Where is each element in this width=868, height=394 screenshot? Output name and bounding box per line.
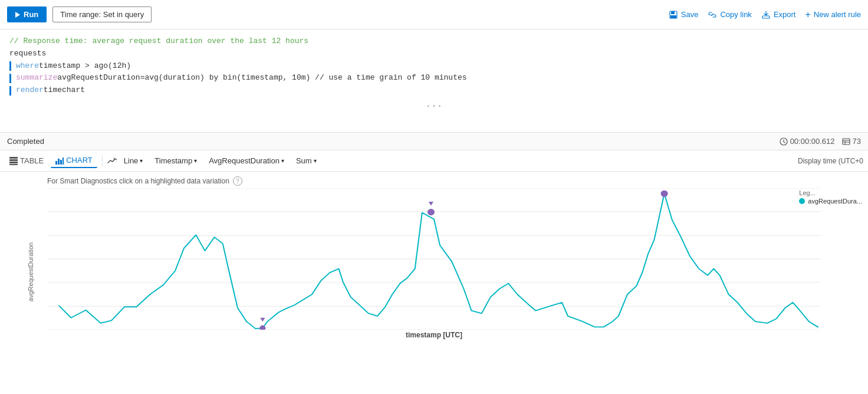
chevron-down-icon3: ▾ <box>281 157 284 164</box>
plus-icon: + <box>805 10 810 19</box>
line-indicator <box>9 61 11 71</box>
timestamp-dropdown[interactable]: Timestamp ▾ <box>150 154 202 168</box>
duration-value: 00:00:00.612 <box>790 137 835 146</box>
separator <box>102 155 103 167</box>
line-dropdown[interactable]: Line ▾ <box>119 154 148 168</box>
anomaly-marker-peak1 <box>429 202 433 205</box>
chart-icon <box>55 156 64 165</box>
anomaly-dot-peak2 <box>661 191 668 197</box>
chart-title: For Smart Diagnostics click on a highlig… <box>47 176 821 186</box>
display-time: Display time (UTC+0 <box>798 157 863 165</box>
status-right: 00:00:00.612 73 <box>780 137 861 146</box>
chart-line <box>59 193 818 329</box>
rows-icon: 73 <box>842 137 861 146</box>
sum-label: Sum <box>296 156 312 165</box>
line-label: Line <box>124 156 139 165</box>
svg-rect-13 <box>63 157 64 165</box>
svg-rect-3 <box>762 16 770 18</box>
clock-icon: 00:00:00.612 <box>780 137 835 146</box>
legend-series-label: avgRequestDura... <box>808 198 862 205</box>
save-button[interactable]: Save <box>669 10 699 19</box>
anomaly-marker-min <box>260 318 265 321</box>
time-range-label: Time range: Set in query <box>60 10 144 19</box>
query-line2: where timestamp > ago(12h) <box>9 60 859 73</box>
sum-dropdown[interactable]: Sum ▾ <box>291 154 321 168</box>
status-completed: Completed <box>7 137 44 146</box>
svg-rect-6 <box>9 157 18 159</box>
anomaly-dot-peak1 <box>428 209 435 215</box>
where-condition: timestamp > ago(12h) <box>39 60 131 73</box>
chart-label: CHART <box>66 156 93 165</box>
summarize-keyword: summarize <box>16 72 57 84</box>
line-chart-svg: 600k 500k 400k 300k 200k 100k 0 06:00 07… <box>47 188 821 330</box>
export-button[interactable]: Export <box>761 10 796 19</box>
timestamp-label: Timestamp <box>154 156 192 165</box>
play-icon <box>15 12 20 18</box>
line-indicator2 <box>9 74 11 83</box>
toolbar-right: Save Copy link Export + New alert rule <box>669 10 861 19</box>
chevron-down-icon2: ▾ <box>194 157 197 164</box>
query-table: requests <box>9 48 46 60</box>
chart-view-button[interactable]: CHART <box>51 153 97 168</box>
query-ellipsis: ··· <box>9 97 859 117</box>
new-alert-label: New alert rule <box>814 10 861 19</box>
info-icon[interactable]: ? <box>233 176 242 186</box>
line-chart-icon <box>107 157 117 165</box>
status-bar: Completed 00:00:00.612 73 <box>0 133 868 150</box>
chevron-down-icon: ▾ <box>140 157 143 164</box>
run-label: Run <box>24 10 38 19</box>
chart-title-text: For Smart Diagnostics click on a highlig… <box>47 177 229 185</box>
svg-rect-5 <box>843 139 850 145</box>
summarize-expression: avgRequestDuration=avg(duration) by bin(… <box>57 72 466 84</box>
render-keyword: render <box>16 84 44 97</box>
query-comment-line: // Response time: average request durati… <box>9 35 859 48</box>
svg-rect-9 <box>9 164 18 165</box>
export-icon <box>761 10 771 19</box>
time-range-button[interactable]: Time range: Set in query <box>52 6 152 22</box>
legend: Leg... avgRequestDura... <box>799 189 862 205</box>
svg-rect-11 <box>58 159 60 165</box>
rows-count: 73 <box>853 137 861 146</box>
save-icon <box>669 10 678 19</box>
svg-rect-12 <box>60 160 62 165</box>
svg-rect-2 <box>670 15 676 18</box>
legend-item: avgRequestDura... <box>799 198 862 205</box>
query-line3: summarize avgRequestDuration=avg(duratio… <box>9 72 859 84</box>
query-line4: render timechart <box>9 84 859 97</box>
x-axis-label: timestamp [UTC] <box>47 331 821 339</box>
export-label: Export <box>774 10 796 19</box>
copy-link-button[interactable]: Copy link <box>708 10 751 19</box>
svg-rect-10 <box>55 161 57 165</box>
svg-rect-1 <box>671 11 675 14</box>
chart-area: For Smart Diagnostics click on a highlig… <box>0 172 868 372</box>
svg-rect-8 <box>9 162 18 163</box>
new-alert-button[interactable]: + New alert rule <box>805 10 861 19</box>
chevron-down-icon4: ▾ <box>314 157 317 164</box>
svg-rect-7 <box>9 159 18 161</box>
save-label: Save <box>681 10 699 19</box>
line-indicator3 <box>9 86 11 96</box>
run-button[interactable]: Run <box>7 6 47 22</box>
where-keyword: where <box>16 60 39 73</box>
avg-dropdown[interactable]: AvgRequestDuration ▾ <box>204 154 289 168</box>
copy-link-icon <box>708 10 717 19</box>
render-type: timechart <box>44 84 85 97</box>
legend-dot <box>799 198 805 204</box>
query-comment: // Response time: average request durati… <box>9 35 308 48</box>
main-toolbar: Run Time range: Set in query Save Copy l… <box>0 0 868 29</box>
table-label: TABLE <box>20 156 44 165</box>
y-axis-label: avgRequestDuration <box>27 242 34 301</box>
chart-toolbar: TABLE CHART Line ▾ Timestamp ▾ AvgReques… <box>0 150 868 172</box>
copy-link-label: Copy link <box>720 10 751 19</box>
table-view-button[interactable]: TABLE <box>5 154 48 168</box>
legend-title: Leg... <box>799 189 862 196</box>
query-line1: requests <box>9 48 859 60</box>
table-icon <box>9 157 18 165</box>
avg-label: AvgRequestDuration <box>209 156 280 165</box>
query-editor[interactable]: // Response time: average request durati… <box>0 29 868 133</box>
